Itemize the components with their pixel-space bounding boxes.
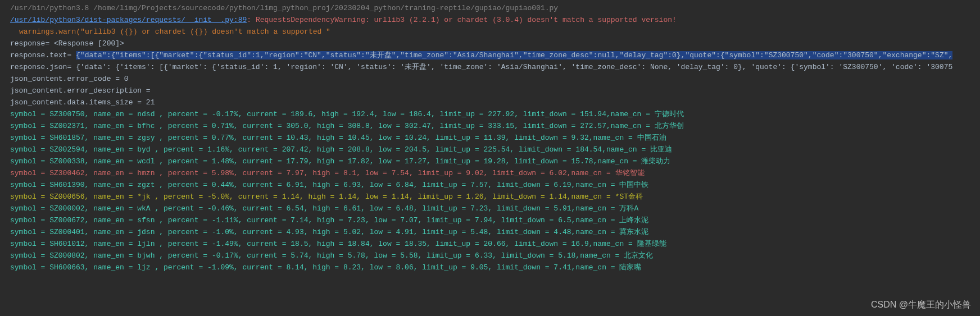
stock-row: symbol = SH601390, name_en = zgzt , perc…	[0, 179, 980, 191]
warning-file-link[interactable]: /usr/lib/python3/dist-packages/requests/…	[10, 16, 247, 24]
watermark: CSDN @牛魔王的小怪兽	[871, 299, 971, 310]
stock-row-warning: symbol = SZ000656, name_en = *jk , perce…	[0, 191, 980, 203]
stock-row: symbol = SH601857, name_en = zgsy , perc…	[0, 132, 980, 144]
stock-row: symbol = SZ300750, name_en = ndsd , perc…	[0, 108, 980, 120]
script-path: /usr/bin/python3.8 /home/limg/Projects/s…	[0, 2, 980, 14]
response-text-prefix: response.text=	[10, 51, 76, 59]
response-json-line: response.json= {'data': {'items': [{'mar…	[0, 61, 980, 73]
stock-row: symbol = SZ002594, name_en = byd , perce…	[0, 144, 980, 155]
response-line: response= <Response [200]>	[0, 38, 980, 49]
warning-message: : RequestsDependencyWarning: urllib3 (2.…	[247, 16, 677, 24]
stock-row: symbol = SH600663, name_en = ljz , perce…	[0, 262, 980, 273]
response-text-line: response.text= {"data":{"items":[{"marke…	[0, 49, 980, 61]
warning-line: /usr/lib/python3/dist-packages/requests/…	[0, 14, 980, 26]
error-description-line: json_content.error_description =	[0, 85, 980, 97]
stock-row: symbol = SZ000802, name_en = bjwh , perc…	[0, 250, 980, 262]
stock-row: symbol = SZ002371, name_en = bfhc , perc…	[0, 120, 980, 132]
stock-row: symbol = SZ000338, name_en = wcdl , perc…	[0, 155, 980, 167]
stock-row: symbol = SZ000672, name_en = sfsn , perc…	[0, 214, 980, 226]
stock-row: symbol = SH601012, name_en = ljln , perc…	[0, 238, 980, 250]
stock-row: symbol = SZ000002, name_en = wkA , perce…	[0, 203, 980, 214]
stock-row: symbol = SZ000401, name_en = jdsn , perc…	[0, 226, 980, 238]
warnings-warn-line: warnings.warn("urllib3 ({}) or chardet (…	[0, 26, 980, 38]
response-text-selection[interactable]: {"data":{"items":[{"market":{"status_id"…	[76, 51, 952, 59]
stock-row-highlight: symbol = SZ300462, name_en = hmzn , perc…	[0, 167, 980, 179]
error-code-line: json_content.error_code = 0	[0, 73, 980, 85]
items-size-line: json_content.data.items_size = 21	[0, 97, 980, 108]
